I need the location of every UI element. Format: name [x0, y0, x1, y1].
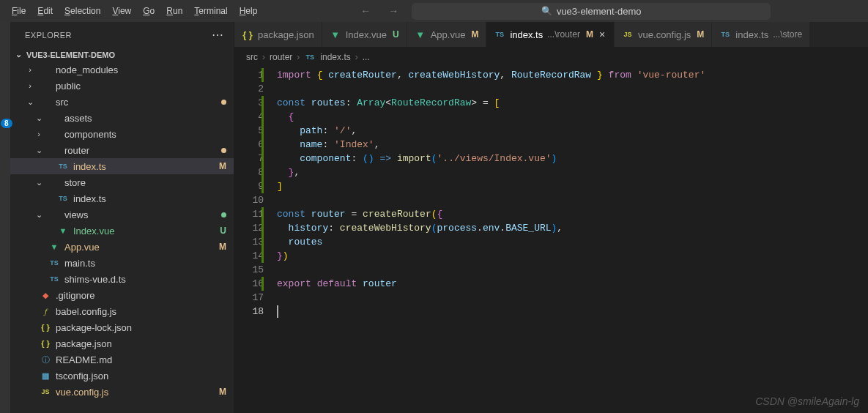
folder-icon: [48, 209, 60, 220]
code-line[interactable]: const routes: Array<RouteRecordRaw> = [: [277, 96, 868, 110]
tree-item-main-ts[interactable]: TSmain.ts: [10, 255, 234, 271]
tab-label: package.json: [258, 29, 314, 40]
tree-item-src[interactable]: ⌄src: [10, 94, 234, 110]
tree-item-components[interactable]: ›components: [10, 126, 234, 142]
line-number: 3: [234, 96, 264, 110]
tab-index-ts[interactable]: TSindex.ts...\routerM×: [486, 22, 615, 47]
tree-item-package-json[interactable]: { }package.json: [10, 335, 234, 351]
tree-item-readme-md[interactable]: ⓘREADME.md: [10, 351, 234, 368]
tab-vue-config-js[interactable]: JSvue.config.jsM: [615, 22, 712, 47]
menu-root: FileEditSelectionViewGoRunTerminalHelp: [6, 3, 263, 19]
code-line[interactable]: ]: [277, 179, 868, 193]
code-line[interactable]: [277, 305, 868, 319]
code-line[interactable]: history: createWebHistory(process.env.BA…: [277, 221, 868, 235]
ts-icon: TS: [719, 29, 731, 40]
sidebar-title: EXPLORER: [25, 31, 72, 40]
menu-edit[interactable]: Edit: [31, 3, 59, 19]
line-number: 18: [234, 305, 264, 319]
tab-package-json[interactable]: { }package.json: [234, 22, 322, 47]
tree-item-store[interactable]: ⌄store: [10, 174, 234, 190]
menu-terminal[interactable]: Terminal: [188, 3, 233, 19]
command-search[interactable]: 🔍 vue3-element-demo: [412, 3, 771, 20]
bc-sep: ›: [297, 52, 300, 62]
tree-label: assets: [64, 113, 228, 124]
tree-item-router[interactable]: ⌄router: [10, 142, 234, 158]
tree-item-vue-config-js[interactable]: JSvue.config.jsM: [10, 384, 234, 400]
code-line[interactable]: [277, 263, 868, 277]
gutter: 123456789101112131415161718: [234, 67, 277, 413]
nav-back-icon[interactable]: ←: [356, 4, 375, 18]
tree-item-tsconfig-json[interactable]: ▦tsconfig.json: [10, 368, 234, 384]
tree-label: store: [64, 177, 228, 188]
tab-label: App.vue: [431, 29, 466, 40]
code-content[interactable]: import { createRouter, createWebHistory,…: [277, 67, 868, 413]
code-line[interactable]: [277, 82, 868, 96]
tree-item-public[interactable]: ›public: [10, 78, 234, 94]
chevron-icon: ⌄: [34, 178, 44, 187]
tab-index-vue[interactable]: ▼Index.vueU: [322, 22, 407, 47]
tree-item-package-lock-json[interactable]: { }package-lock.json: [10, 319, 234, 335]
menu-selection[interactable]: Selection: [59, 3, 106, 19]
breadcrumb-part[interactable]: index.ts: [320, 52, 350, 62]
close-icon[interactable]: ×: [598, 29, 607, 40]
line-number: 17: [234, 291, 264, 305]
code-line[interactable]: }): [277, 249, 868, 263]
ts-icon: TS: [57, 160, 69, 172]
menu-help[interactable]: Help: [234, 3, 264, 19]
code-line[interactable]: [277, 193, 868, 207]
activity-bar[interactable]: [0, 22, 10, 413]
tree-item--gitignore[interactable]: ◆.gitignore: [10, 287, 234, 303]
code-area[interactable]: 123456789101112131415161718 import { cre…: [234, 67, 868, 413]
tree-item-shims-vue-d-ts[interactable]: TSshims-vue.d.ts: [10, 271, 234, 287]
menu-file[interactable]: File: [6, 3, 31, 19]
menu-view[interactable]: View: [106, 3, 137, 19]
code-line[interactable]: {: [277, 110, 868, 124]
breadcrumb-part[interactable]: src: [246, 52, 258, 62]
tab-label: Index.vue: [346, 29, 387, 40]
git-dot: [221, 145, 226, 155]
code-line[interactable]: routes: [277, 235, 868, 249]
tree-label: vue.config.js: [56, 387, 228, 398]
menu-run[interactable]: Run: [160, 3, 188, 19]
menu-go[interactable]: Go: [137, 3, 160, 19]
code-line[interactable]: [277, 291, 868, 305]
bc-sep: ›: [262, 52, 265, 62]
main-area: 8 EXPLORER ⋯ ⌄ VUE3-ELEMENT-DEMO ›node_m…: [0, 22, 868, 413]
tab-status: M: [471, 29, 478, 40]
json2-icon: ▦: [40, 370, 51, 382]
tab-status: M: [697, 29, 704, 40]
project-header[interactable]: ⌄ VUE3-ELEMENT-DEMO: [10, 48, 234, 62]
breadcrumb-part[interactable]: router: [270, 52, 292, 62]
tab-app-vue[interactable]: ▼App.vueM: [407, 22, 487, 47]
tree-item-index-ts[interactable]: TSindex.ts: [10, 190, 234, 206]
tab-detail: ...\store: [773, 29, 802, 40]
tree-item-babel-config-js[interactable]: 𝑓babel.config.js: [10, 303, 234, 319]
tree-item-app-vue[interactable]: ▼App.vueM: [10, 239, 234, 255]
babel-icon: 𝑓: [40, 305, 51, 317]
tree-item-index-ts[interactable]: TSindex.tsM: [10, 158, 234, 174]
sidebar-more-icon[interactable]: ⋯: [212, 28, 224, 42]
folder-icon: [48, 176, 60, 188]
code-line[interactable]: component: () => import('../views/Index.…: [277, 152, 868, 165]
code-line[interactable]: },: [277, 165, 868, 179]
ts-icon: TS: [494, 29, 505, 40]
code-line[interactable]: import { createRouter, createWebHistory,…: [277, 68, 868, 82]
tab-label: index.ts: [510, 29, 543, 40]
tree-item-node_modules[interactable]: ›node_modules: [10, 62, 234, 78]
sidebar-header: EXPLORER ⋯: [10, 22, 234, 48]
tab-status: M: [586, 29, 593, 40]
ts-icon: TS: [48, 257, 60, 269]
tree-item-index-vue[interactable]: ▼Index.vueU: [10, 223, 234, 239]
tree-item-assets[interactable]: ⌄assets: [10, 110, 234, 126]
tab-index-ts[interactable]: TSindex.ts...\store: [712, 22, 810, 47]
code-line[interactable]: const router = createRouter({: [277, 207, 868, 221]
line-number: 13: [234, 235, 264, 249]
breadcrumb-part[interactable]: ...: [363, 52, 370, 62]
code-line[interactable]: path: '/',: [277, 124, 868, 138]
line-number: 5: [234, 124, 264, 138]
tree-item-views[interactable]: ⌄views: [10, 206, 234, 223]
code-line[interactable]: name: 'Index',: [277, 138, 868, 152]
git-status-badge: U: [220, 226, 226, 236]
nav-forward-icon[interactable]: →: [384, 4, 403, 18]
code-line[interactable]: export default router: [277, 277, 868, 291]
